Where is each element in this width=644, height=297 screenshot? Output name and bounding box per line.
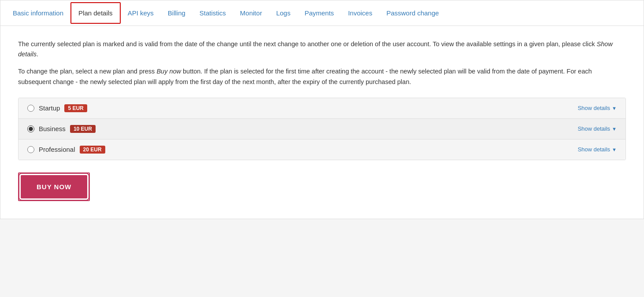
plan-badge-professional: 20 EUR: [80, 146, 105, 154]
page-container: Basic information Plan details API keys …: [0, 0, 644, 219]
chevron-down-icon: ▼: [612, 126, 617, 132]
chevron-down-icon: ▼: [612, 106, 617, 111]
plan-badge-startup: 5 EUR: [64, 104, 87, 112]
plan-row-startup: Startup 5 EUR Show details ▼: [19, 98, 625, 119]
tab-invoices[interactable]: Invoices: [341, 1, 379, 25]
plan-radio-startup[interactable]: [27, 105, 34, 112]
chevron-down-icon: ▼: [612, 147, 617, 152]
tab-password-change[interactable]: Password change: [379, 1, 446, 25]
plan-row-professional: Professional 20 EUR Show details ▼: [19, 139, 625, 160]
buy-now-container: BUY NOW: [18, 172, 626, 201]
show-details-business[interactable]: Show details ▼: [577, 125, 617, 132]
plan-name-business: Business: [39, 125, 66, 132]
tab-api-keys[interactable]: API keys: [121, 1, 161, 25]
plans-container: Startup 5 EUR Show details ▼ Business 10…: [18, 98, 626, 160]
buy-now-button[interactable]: BUY NOW: [21, 175, 87, 198]
plan-radio-professional[interactable]: [27, 146, 34, 153]
tab-billing[interactable]: Billing: [161, 1, 192, 25]
show-details-professional[interactable]: Show details ▼: [577, 146, 617, 153]
content-area: The currently selected plan is marked an…: [0, 26, 644, 219]
plan-name-professional: Professional: [39, 146, 75, 153]
nav-tabs: Basic information Plan details API keys …: [0, 0, 644, 26]
plan-radio-business[interactable]: [27, 125, 34, 132]
show-details-startup[interactable]: Show details ▼: [577, 105, 617, 111]
tab-payments[interactable]: Payments: [297, 1, 341, 25]
tab-logs[interactable]: Logs: [269, 1, 298, 25]
tab-monitor[interactable]: Monitor: [233, 1, 269, 25]
tab-statistics[interactable]: Statistics: [192, 1, 233, 25]
info-paragraph-1: The currently selected plan is marked an…: [18, 39, 626, 59]
plan-badge-business: 10 EUR: [70, 125, 96, 133]
tab-basic-information[interactable]: Basic information: [6, 1, 70, 25]
info-paragraph-2: To change the plan, select a new plan an…: [18, 66, 626, 87]
buy-now-link: Buy now: [156, 68, 181, 75]
buy-now-wrapper: BUY NOW: [18, 172, 90, 201]
plan-row-business: Business 10 EUR Show details ▼: [19, 119, 625, 139]
plan-name-startup: Startup: [39, 104, 60, 112]
tab-plan-details[interactable]: Plan details: [70, 2, 121, 24]
